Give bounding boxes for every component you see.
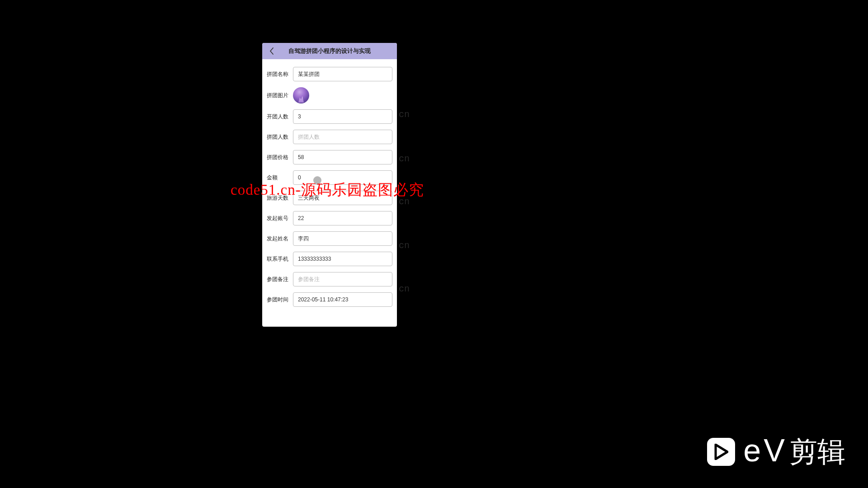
label-initiator-name: 发起姓名 [267, 235, 293, 243]
input-group-count[interactable] [293, 130, 392, 144]
label-group-count: 拼团人数 [267, 133, 293, 141]
row-initiator-name: 发起姓名 [267, 231, 392, 246]
label-remark: 参团备注 [267, 276, 293, 283]
ev-logo-v: V [764, 432, 785, 469]
row-travel-days: 旅游天数 [267, 191, 392, 205]
label-amount: 金额 [267, 174, 293, 182]
row-group-count: 拼团人数 [267, 130, 392, 144]
row-group-price: 拼团价格 [267, 150, 392, 164]
ev-logo-cn: 剪辑 [789, 433, 845, 471]
label-phone: 联系手机 [267, 255, 293, 263]
label-travel-days: 旅游天数 [267, 194, 293, 202]
label-initiator-acct: 发起账号 [267, 215, 293, 222]
ev-logo-e: e [743, 432, 761, 469]
row-join-time: 参团时间 [267, 292, 392, 307]
page-title: 自驾游拼团小程序的设计与实现 [262, 47, 397, 55]
row-group-image: 拼团图片 [267, 87, 392, 103]
form-body: 拼团名称 拼团图片 开团人数 拼团人数 拼团价格 金额 旅游天数 [262, 59, 397, 327]
input-travel-days[interactable] [293, 191, 392, 205]
label-group-price: 拼团价格 [267, 154, 293, 161]
play-icon [707, 438, 735, 466]
input-group-price[interactable] [293, 150, 392, 164]
label-group-image: 拼团图片 [267, 92, 293, 99]
ev-logo-text: eV 剪辑 [743, 432, 845, 471]
input-phone[interactable] [293, 252, 392, 266]
input-initiator-acct[interactable] [293, 211, 392, 225]
row-remark: 参团备注 [267, 272, 392, 286]
app-header: 自驾游拼团小程序的设计与实现 [262, 43, 397, 59]
input-initiator-name[interactable] [293, 231, 392, 246]
back-icon[interactable] [268, 47, 276, 55]
group-image-thumbnail[interactable] [293, 87, 309, 103]
input-open-count[interactable] [293, 109, 392, 124]
ev-editor-logo: eV 剪辑 [707, 432, 845, 471]
mobile-app-frame: 自驾游拼团小程序的设计与实现 拼团名称 拼团图片 开团人数 拼团人数 拼团价格 … [262, 43, 397, 327]
input-join-time[interactable] [293, 292, 392, 307]
label-group-name: 拼团名称 [267, 70, 293, 78]
label-join-time: 参团时间 [267, 296, 293, 304]
input-remark[interactable] [293, 272, 392, 286]
input-group-name[interactable] [293, 67, 392, 81]
input-amount[interactable] [293, 170, 392, 185]
row-initiator-acct: 发起账号 [267, 211, 392, 225]
row-amount: 金额 [267, 170, 392, 185]
row-group-name: 拼团名称 [267, 67, 392, 81]
row-open-count: 开团人数 [267, 109, 392, 124]
row-phone: 联系手机 [267, 252, 392, 266]
label-open-count: 开团人数 [267, 113, 293, 121]
